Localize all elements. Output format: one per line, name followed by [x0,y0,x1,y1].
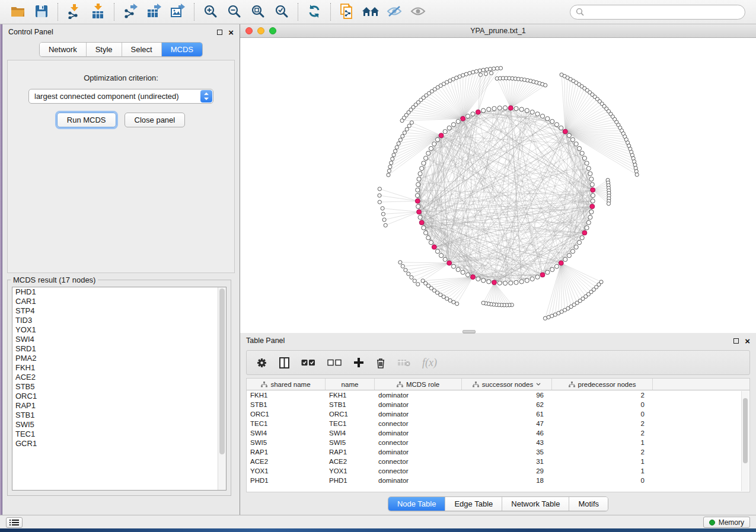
mcds-result-item[interactable]: SRD1 [12,344,226,354]
table-row[interactable]: RAP1RAP1dominator352 [247,447,749,457]
mcds-result-item[interactable]: FKH1 [12,363,226,373]
mcds-result-item[interactable]: SWI4 [12,335,226,344]
zoom-out-button[interactable] [222,2,246,22]
table-cell: 43 [462,439,552,446]
zoom-in-button[interactable] [199,2,222,22]
task-history-button[interactable] [6,517,23,528]
mcds-tab-page: Optimization criterion: largest connecte… [7,60,235,273]
table-row[interactable]: STB1STB1dominator620 [247,400,749,409]
tab-network-table[interactable]: Network Table [502,497,569,511]
splitter-grip-horizontal[interactable] [462,330,476,334]
table-row[interactable]: SWI4SWI4dominator462 [247,428,749,438]
show-all-button[interactable] [406,2,430,22]
export-network-button[interactable] [119,2,142,22]
mcds-result-item[interactable]: GCR1 [12,439,226,448]
mcds-result-item[interactable]: STB1 [12,411,226,420]
table-cell: STB1 [247,401,326,408]
save-button[interactable] [30,2,53,22]
column-header-predecessor-nodes[interactable]: predecessor nodes [552,379,653,390]
search-field[interactable] [570,5,745,20]
hide-selected-button[interactable] [382,2,406,22]
column-header-filler [653,379,749,390]
import-table-button[interactable] [86,2,110,22]
duplicate-network-button[interactable] [335,2,359,22]
tab-select[interactable]: Select [122,43,162,56]
first-neighbors-button[interactable] [359,2,382,22]
column-header-successor-nodes[interactable]: successor nodes [462,379,552,390]
task-list-icon [9,519,19,526]
table-cell: 46 [462,430,552,437]
close-panel-button[interactable]: Close panel [125,113,186,127]
mcds-result-item[interactable]: TEC1 [12,430,226,439]
column-layout-icon[interactable] [279,357,289,368]
table-cell: 2 [552,448,653,456]
deselect-all-icon[interactable] [327,359,342,366]
table-scrollbar[interactable] [741,391,749,491]
mcds-result-item[interactable]: SWI5 [12,420,226,430]
close-panel-icon[interactable]: × [745,338,750,344]
table-row[interactable]: TEC1TEC1connector472 [247,419,749,428]
table-cell: 47 [462,420,552,427]
mcds-result-item[interactable]: ACE2 [12,373,226,382]
import-network-button[interactable] [62,2,86,22]
export-table-icon [146,4,162,21]
node-table: shared name name MCDS role successor nod… [246,378,750,492]
settings-gear-icon[interactable] [256,357,267,368]
refresh-button[interactable] [302,2,326,22]
run-mcds-button[interactable]: Run MCDS [57,113,116,127]
mcds-result-item[interactable]: PHD1 [12,287,226,297]
mcds-result-item[interactable]: RAP1 [12,401,226,411]
tab-edge-table[interactable]: Edge Table [445,497,502,511]
mcds-result-item[interactable]: PMA2 [12,354,226,363]
delete-column-icon[interactable] [376,357,385,368]
mcds-result-list[interactable]: PHD1CAR1STP4TID3YOX1SWI4SRD1PMA2FKH1ACE2… [12,287,227,491]
column-header-shared-name[interactable]: shared name [247,379,326,390]
float-panel-icon[interactable] [733,338,739,344]
float-panel-icon[interactable] [217,30,222,35]
zoom-out-icon [227,4,241,20]
table-row[interactable]: SWI5SWI5connector431 [247,438,749,447]
mcds-result-item[interactable]: ORC1 [12,392,226,401]
mcds-scrollbar[interactable] [218,287,226,490]
tab-motifs[interactable]: Motifs [569,497,608,511]
mcds-result-item[interactable]: CAR1 [12,297,226,306]
network-graph[interactable] [240,38,756,333]
first-neighbors-icon [362,4,379,20]
mcds-result-item[interactable]: STB5 [12,382,226,392]
export-table-button[interactable] [142,2,166,22]
table-row[interactable]: PHD1PHD1dominator180 [247,476,749,485]
table-row[interactable]: YOX1YOX1connector291 [247,466,749,476]
tab-node-table[interactable]: Node Table [388,497,446,511]
column-header-name[interactable]: name [326,379,375,390]
table-cell: SWI4 [326,430,375,437]
open-button[interactable] [6,2,30,22]
mcds-result-item[interactable]: TID3 [12,316,226,325]
zoom-fit-button[interactable] [246,2,270,22]
tab-mcds[interactable]: MCDS [162,43,202,56]
mcds-result-title: MCDS result (17 nodes) [11,275,98,284]
column-header-mcds-role[interactable]: MCDS role [375,379,462,390]
mcds-result-item[interactable]: STP4 [12,306,226,316]
table-row[interactable]: ORC1ORC1dominator610 [247,409,749,419]
table-cell: 29 [462,467,552,475]
add-column-icon[interactable] [353,357,364,368]
export-image-button[interactable] [166,2,190,22]
search-input[interactable] [588,8,739,16]
tab-network[interactable]: Network [40,43,87,56]
network-titlebar[interactable]: YPA_prune.txt_1 [240,24,756,38]
table-scroll-thumb[interactable] [743,398,748,463]
close-panel-icon[interactable]: × [228,30,234,35]
memory-button[interactable]: Memory [703,517,750,528]
table-row[interactable]: ACE2ACE2connector311 [247,457,749,466]
mcds-scroll-thumb[interactable] [219,289,225,454]
zoom-selected-button[interactable] [270,2,294,22]
column-type-icon [569,382,575,387]
mcds-result-item[interactable]: YOX1 [12,325,226,335]
criterion-dropdown[interactable]: largest connected component (undirected) [28,89,213,104]
select-all-icon[interactable] [301,359,315,366]
table-cell: 35 [462,448,552,456]
table-cell: PHD1 [326,477,375,484]
table-row[interactable]: FKH1FKH1dominator962 [247,390,749,400]
tab-style[interactable]: Style [87,43,122,56]
status-bar: Memory [0,515,756,528]
